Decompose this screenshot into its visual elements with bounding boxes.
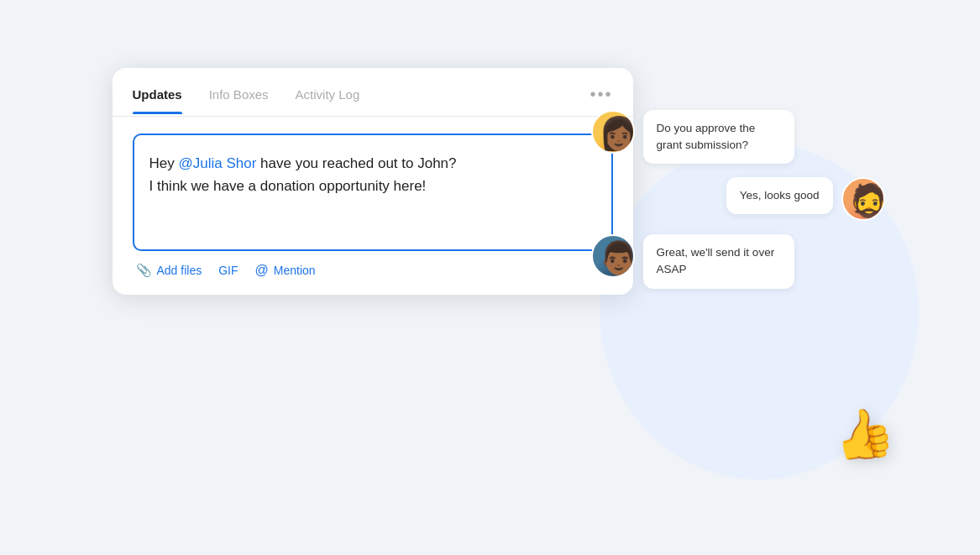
chat-messages: Do you approve the grant submission? Yes… <box>591 110 885 289</box>
add-files-label: Add files <box>157 264 202 277</box>
paperclip-icon <box>136 263 152 278</box>
chat-bubble-3: Great, we'll send it over ASAP <box>643 234 794 289</box>
at-icon: @ <box>255 263 269 278</box>
tab-info-boxes[interactable]: Info Boxes <box>209 87 269 113</box>
tab-updates[interactable]: Updates <box>133 87 182 113</box>
editor-suffix: have you reached out to John? <box>256 155 456 171</box>
main-card: Updates Info Boxes Activity Log ••• Hey … <box>113 68 633 295</box>
tabs-bar: Updates Info Boxes Activity Log ••• <box>113 68 633 117</box>
chat-bubble-2: Yes, looks good <box>726 177 833 214</box>
more-options-button[interactable]: ••• <box>590 85 612 104</box>
avatar-2 <box>841 177 885 221</box>
chat-bubble-1: Do you approve the grant submission? <box>643 110 794 165</box>
editor-line-1: Hey @Julia Shor have you reached out to … <box>149 152 596 175</box>
text-editor[interactable]: Hey @Julia Shor have you reached out to … <box>133 134 613 251</box>
editor-toolbar: Add files GIF @ Mention <box>133 263 613 278</box>
avatar-3 <box>591 234 635 278</box>
scene: Updates Info Boxes Activity Log ••• Hey … <box>113 43 868 513</box>
avatar-1 <box>591 110 635 154</box>
editor-line-2: I think we have a donation opportunity h… <box>149 175 596 197</box>
gif-label: GIF <box>218 264 238 277</box>
mention-label: Mention <box>274 264 316 277</box>
chat-message-3: Great, we'll send it over ASAP <box>591 234 885 289</box>
chat-message-1: Do you approve the grant submission? <box>591 110 885 165</box>
tab-activity-log[interactable]: Activity Log <box>296 87 360 113</box>
thumbs-up-icon: 👍 <box>828 401 898 467</box>
card-content: Hey @Julia Shor have you reached out to … <box>113 117 633 295</box>
editor-mention: @Julia Shor <box>178 155 256 171</box>
editor-prefix: Hey <box>149 155 179 171</box>
mention-button[interactable]: @ Mention <box>255 263 316 278</box>
chat-message-2: Yes, looks good <box>591 177 885 221</box>
gif-button[interactable]: GIF <box>218 264 238 277</box>
add-files-button[interactable]: Add files <box>136 263 202 278</box>
